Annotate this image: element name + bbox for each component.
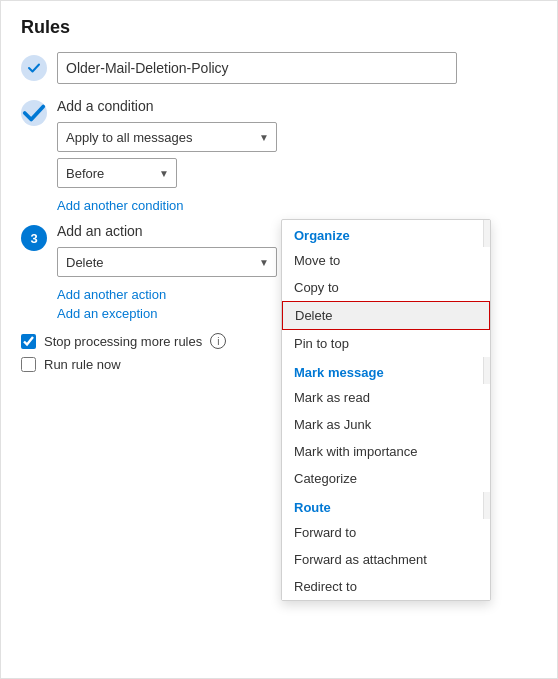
action-step-circle: 3 <box>21 225 47 251</box>
add-condition-link[interactable]: Add another condition <box>57 198 183 213</box>
add-exception-link[interactable]: Add an exception <box>57 306 157 321</box>
menu-item-forward-as-attachment[interactable]: Forward as attachment <box>282 546 490 573</box>
menu-item-pin-to-top[interactable]: Pin to top <box>282 330 490 357</box>
rule-name-check-circle <box>21 55 47 81</box>
organize-group-label: Organize <box>282 220 490 247</box>
run-rule-checkbox[interactable] <box>21 357 36 372</box>
stop-processing-checkbox[interactable] <box>21 334 36 349</box>
condition-dropdown-row: Apply to all messages From Sent to ▼ <box>57 122 537 152</box>
run-rule-label: Run rule now <box>44 357 121 372</box>
checkmark-icon <box>27 61 41 75</box>
rule-name-input[interactable] <box>57 52 457 84</box>
page-container: Rules Add a condition Apply to all messa… <box>0 0 558 679</box>
before-dropdown-row: Before After On ▼ <box>57 158 537 188</box>
add-action-link[interactable]: Add another action <box>57 287 166 302</box>
menu-item-move-to[interactable]: Move to <box>282 247 490 274</box>
condition-checkmark-icon <box>21 100 47 126</box>
page-title: Rules <box>21 17 537 38</box>
menu-item-categorize[interactable]: Categorize <box>282 465 490 492</box>
menu-item-mark-as-read[interactable]: Mark as read <box>282 384 490 411</box>
action-dropdown-wrapper: Delete Move to Copy to Forward to ▼ <box>57 247 277 277</box>
condition-check-circle <box>21 100 47 126</box>
condition-section: Add a condition Apply to all messages Fr… <box>21 98 537 213</box>
before-dropdown-wrapper: Before After On ▼ <box>57 158 177 188</box>
menu-item-delete[interactable]: Delete <box>282 301 490 330</box>
mark-message-group-label: Mark message <box>282 357 490 384</box>
stop-processing-info-icon[interactable]: i <box>210 333 226 349</box>
apply-dropdown-wrapper: Apply to all messages From Sent to ▼ <box>57 122 277 152</box>
menu-item-mark-as-junk[interactable]: Mark as Junk <box>282 411 490 438</box>
menu-item-copy-to[interactable]: Copy to <box>282 274 490 301</box>
menu-item-redirect-to[interactable]: Redirect to <box>282 573 490 600</box>
stop-processing-label: Stop processing more rules <box>44 334 202 349</box>
before-dropdown[interactable]: Before After On <box>57 158 177 188</box>
condition-content: Add a condition Apply to all messages Fr… <box>57 98 537 213</box>
menu-item-forward-to[interactable]: Forward to <box>282 519 490 546</box>
condition-label: Add a condition <box>57 98 537 114</box>
route-group-label: Route <box>282 492 490 519</box>
apply-dropdown[interactable]: Apply to all messages From Sent to <box>57 122 277 152</box>
menu-item-mark-importance[interactable]: Mark with importance <box>282 438 490 465</box>
action-dropdown[interactable]: Delete Move to Copy to Forward to <box>57 247 277 277</box>
dropdown-menu-overlay: Organize Move to Copy to Delete Pin to t… <box>281 219 491 601</box>
rule-name-row <box>21 52 537 84</box>
